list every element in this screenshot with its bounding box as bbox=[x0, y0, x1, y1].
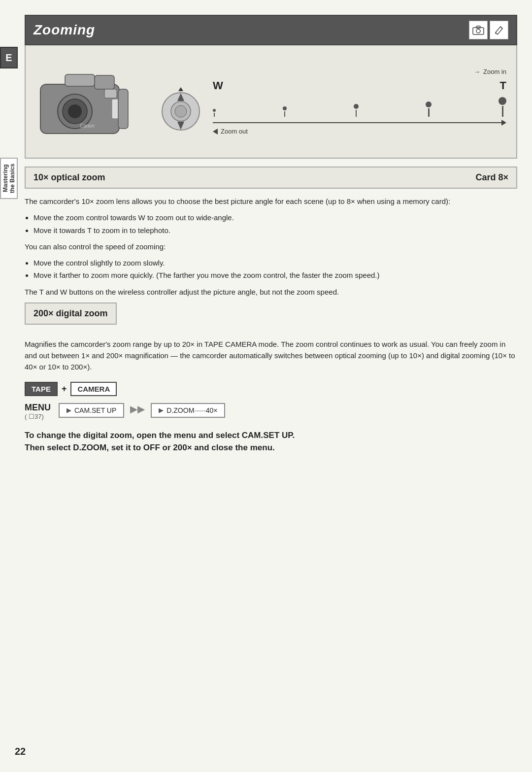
image-area: Canon bbox=[25, 45, 517, 159]
menu-arrow-1: ▶ bbox=[66, 406, 71, 414]
svg-marker-18 bbox=[178, 87, 183, 91]
svg-point-1 bbox=[476, 29, 480, 33]
camera-badge: CAMERA bbox=[70, 382, 117, 396]
zoom-left-arrow bbox=[213, 129, 218, 134]
zoom-control-wrapper bbox=[159, 79, 203, 124]
svg-point-6 bbox=[68, 104, 82, 118]
svg-rect-7 bbox=[95, 75, 114, 89]
card-label: Card 8× bbox=[475, 172, 508, 183]
zoom-in-line: → Zoom in bbox=[213, 68, 506, 75]
page: E Masteringthe Basics Zooming bbox=[0, 0, 532, 772]
zoom-control-svg bbox=[159, 79, 203, 134]
badge-row: TAPE + CAMERA bbox=[25, 382, 517, 396]
svg-text:Canon: Canon bbox=[80, 123, 95, 129]
zoom-out-label: Zoom out bbox=[221, 128, 248, 135]
bullets-2: Move the control slightly to zoom slowly… bbox=[33, 257, 517, 281]
svg-rect-2 bbox=[476, 26, 480, 28]
stick-figure-2 bbox=[283, 106, 287, 117]
page-number: 22 bbox=[15, 746, 26, 757]
menu-box-1-text: CAM.SET UP bbox=[74, 406, 116, 414]
menu-row: MENU ( ☐37) ▶ CAM.SET UP ▶▶ ▶ D.ZOOM····… bbox=[25, 403, 517, 420]
title-icons bbox=[469, 21, 508, 39]
edit-icon bbox=[494, 25, 504, 35]
side-tab: Masteringthe Basics bbox=[0, 158, 18, 199]
footer-text: To change the digital zoom, open the men… bbox=[25, 429, 517, 454]
menu-box-1: ▶ CAM.SET UP bbox=[59, 403, 124, 418]
camera-illustration: Canon bbox=[26, 45, 516, 158]
zoom-out-line: Zoom out bbox=[213, 128, 506, 135]
zoom-diagram: → Zoom in W T bbox=[208, 68, 506, 135]
svg-rect-9 bbox=[104, 89, 117, 98]
bullet-2-2: Move it farther to zoom more quickly. (T… bbox=[33, 269, 517, 281]
section-digital-zoom: 200× digital zoom bbox=[25, 302, 117, 325]
camera-svg: Canon bbox=[35, 55, 154, 148]
menu-box-2: ▶ D.ZOOM······40× bbox=[151, 403, 225, 418]
stick-figure-1 bbox=[213, 109, 216, 117]
menu-arrow-2: ▶ bbox=[159, 406, 164, 414]
body-text-1: The camcorder's 10× zoom lens allows you… bbox=[25, 196, 517, 207]
tape-badge: TAPE bbox=[25, 382, 58, 396]
zoom-in-arrow: → bbox=[474, 68, 480, 75]
w-label: W bbox=[213, 79, 223, 92]
svg-rect-8 bbox=[65, 74, 95, 86]
bullet-1-2: Move it towards T to zoom in to telephot… bbox=[33, 225, 517, 236]
title-bar: Zooming bbox=[25, 15, 517, 45]
svg-point-15 bbox=[175, 105, 187, 117]
plus-sign: + bbox=[62, 384, 67, 394]
menu-separator: ▶▶ bbox=[130, 403, 145, 415]
stick-figure-3 bbox=[354, 104, 359, 117]
optical-zoom-title: 10× optical zoom bbox=[33, 172, 105, 183]
camera-icon bbox=[472, 25, 484, 35]
menu-sub: ( ☐37) bbox=[25, 413, 53, 420]
edit-icon-box bbox=[490, 21, 508, 39]
stick-figure-4 bbox=[426, 101, 432, 117]
page-title: Zooming bbox=[33, 22, 95, 38]
section-optical-zoom: 10× optical zoom Card 8× bbox=[25, 167, 517, 189]
bullet-2-1: Move the control slightly to zoom slowly… bbox=[33, 257, 517, 269]
svg-rect-0 bbox=[473, 28, 484, 34]
stick-figure-5 bbox=[499, 97, 506, 117]
t-label: T bbox=[500, 79, 506, 92]
zoom-in-label: Zoom in bbox=[483, 68, 506, 75]
bullet-1-1: Move the zoom control towards W to zoom … bbox=[33, 212, 517, 223]
main-content: Zooming bbox=[25, 0, 517, 454]
zoom-scale-bar bbox=[213, 122, 501, 123]
svg-rect-12 bbox=[118, 89, 128, 129]
body-text-2: You can also control the speed of zoomin… bbox=[25, 241, 517, 252]
wt-row: W T bbox=[213, 79, 506, 92]
menu-box-2-text: D.ZOOM······40× bbox=[166, 406, 217, 414]
menu-label-wrapper: MENU ( ☐37) bbox=[25, 403, 53, 420]
section-digital-zoom-wrapper: 200× digital zoom bbox=[25, 302, 517, 332]
camera-svg-wrapper: Canon bbox=[35, 55, 154, 148]
zoom-scale-line bbox=[213, 120, 506, 126]
digital-zoom-title: 200× digital zoom bbox=[33, 308, 108, 318]
zoom-right-arrow bbox=[501, 120, 506, 126]
footer-text-content: To change the digital zoom, open the men… bbox=[25, 431, 295, 453]
menu-label: MENU bbox=[25, 403, 51, 412]
e-tab: E bbox=[0, 47, 18, 68]
body-text-3: The T and W buttons on the wireless cont… bbox=[25, 286, 517, 298]
bullets-1: Move the zoom control towards W to zoom … bbox=[33, 212, 517, 236]
body-text-4: Magnifies the camcorder's zoom range by … bbox=[25, 338, 517, 373]
e-tab-label: E bbox=[5, 52, 12, 64]
side-tab-text: Masteringthe Basics bbox=[0, 159, 18, 198]
figures-row bbox=[213, 97, 506, 117]
camera-icon-box bbox=[469, 21, 488, 39]
